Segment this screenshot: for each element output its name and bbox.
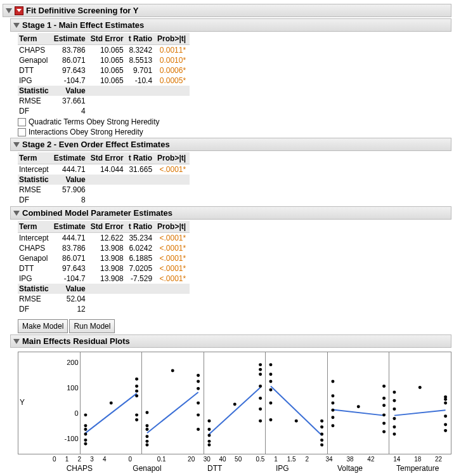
plot-genapol[interactable] bbox=[141, 352, 204, 454]
svg-point-81 bbox=[444, 423, 448, 426]
svg-point-51 bbox=[320, 425, 323, 428]
svg-point-65 bbox=[382, 404, 386, 407]
svg-point-70 bbox=[393, 391, 396, 394]
table-header-row: Term Estimate Std Error t Ratio Prob>|t| bbox=[18, 33, 190, 45]
svg-point-18 bbox=[146, 435, 149, 438]
x-labels-row: CHAPS Genapol DTT IPG Voltage Temperatur… bbox=[18, 463, 451, 473]
menu-hotspot-icon[interactable] bbox=[15, 6, 23, 15]
svg-point-45 bbox=[269, 380, 273, 383]
svg-point-60 bbox=[331, 416, 334, 419]
col-tratio: t Ratio bbox=[127, 33, 156, 45]
y-tick: 100 bbox=[67, 384, 78, 392]
svg-point-34 bbox=[233, 402, 237, 406]
svg-point-2 bbox=[84, 424, 87, 427]
table-row: DTT97.64310.0659.7010.0006* bbox=[18, 65, 190, 76]
plot-dtt[interactable] bbox=[204, 352, 266, 454]
svg-point-82 bbox=[444, 429, 448, 432]
residual-plots-title: Main Effects Residual Plots bbox=[22, 336, 130, 346]
checkbox-icon[interactable] bbox=[18, 128, 26, 136]
svg-point-40 bbox=[259, 407, 262, 411]
stage1-header[interactable]: Stage 1 - Main Effect Estimates bbox=[10, 18, 451, 32]
svg-point-63 bbox=[382, 385, 386, 388]
stat-row: DF4 bbox=[18, 106, 190, 116]
stat-row: DF12 bbox=[18, 304, 190, 314]
run-model-button[interactable]: Run Model bbox=[69, 319, 115, 333]
plot-ipg[interactable] bbox=[265, 352, 327, 454]
svg-point-16 bbox=[146, 424, 149, 427]
checkbox-label: Quadratic Terms Obey Strong Heredity bbox=[29, 117, 160, 126]
stage2-header[interactable]: Stage 2 - Even Order Effect Estimates bbox=[10, 138, 451, 151]
chevron-down-icon[interactable] bbox=[6, 8, 12, 13]
table-row: Intercept444.7114.04431.665<.0001* bbox=[18, 164, 190, 175]
svg-point-15 bbox=[146, 411, 149, 414]
svg-point-1 bbox=[84, 413, 87, 416]
svg-point-76 bbox=[418, 386, 422, 389]
checkbox-icon[interactable] bbox=[18, 118, 26, 126]
svg-point-49 bbox=[295, 420, 298, 423]
svg-point-25 bbox=[197, 402, 200, 405]
stage1-title: Stage 1 - Main Effect Estimates bbox=[22, 20, 144, 30]
x-axis-label: CHAPS bbox=[46, 463, 114, 473]
svg-point-78 bbox=[444, 398, 448, 401]
svg-point-54 bbox=[320, 444, 323, 447]
interactions-heredity-checkbox[interactable]: Interactions Obey Strong Heredity bbox=[18, 128, 451, 136]
svg-point-36 bbox=[259, 368, 262, 371]
svg-point-26 bbox=[197, 413, 200, 416]
svg-point-39 bbox=[259, 397, 262, 400]
quadratic-heredity-checkbox[interactable]: Quadratic Terms Obey Strong Heredity bbox=[18, 117, 451, 126]
svg-point-57 bbox=[331, 394, 334, 397]
x-ticks-row: 01234 00.1 20304050 0.511.52 343842 1418… bbox=[18, 454, 451, 463]
residual-plots-panel: Y 200 100 0 -100 bbox=[18, 352, 451, 454]
svg-point-38 bbox=[259, 385, 262, 388]
chevron-down-icon[interactable] bbox=[13, 142, 20, 147]
svg-point-31 bbox=[207, 433, 211, 437]
page-title: Fit Definitive Screening for Y bbox=[26, 6, 138, 15]
col-term: Term bbox=[18, 33, 53, 45]
svg-point-43 bbox=[269, 363, 273, 366]
svg-point-37 bbox=[259, 373, 262, 376]
plot-voltage[interactable] bbox=[327, 352, 389, 454]
svg-point-79 bbox=[444, 402, 448, 405]
svg-point-64 bbox=[382, 397, 386, 400]
table-row: IPG-104.710.065-10.40.0005* bbox=[18, 76, 190, 86]
svg-point-73 bbox=[393, 417, 396, 420]
svg-point-9 bbox=[135, 385, 138, 388]
svg-point-48 bbox=[269, 418, 273, 421]
chevron-down-icon[interactable] bbox=[13, 339, 20, 344]
table-header-row: TermEstimateStd Errort RatioProb>|t| bbox=[18, 152, 190, 164]
svg-point-47 bbox=[269, 402, 273, 405]
x-axis-label: Genapol bbox=[114, 463, 181, 473]
svg-point-17 bbox=[146, 428, 149, 431]
svg-point-8 bbox=[135, 378, 138, 381]
combined-header[interactable]: Combined Model Parameter Estimates bbox=[10, 206, 451, 220]
fit-screening-header[interactable]: Fit Definitive Screening for Y bbox=[3, 4, 451, 17]
stat-row: RMSE52.04 bbox=[18, 294, 190, 304]
col-prob: Prob>|t| bbox=[156, 33, 190, 45]
svg-point-66 bbox=[382, 413, 386, 416]
svg-point-6 bbox=[84, 442, 87, 446]
stage2-body: TermEstimateStd Errort RatioProb>|t| Int… bbox=[18, 152, 451, 205]
y-axis: Y 200 100 0 -100 bbox=[18, 352, 80, 454]
make-model-button[interactable]: Make Model bbox=[18, 319, 68, 333]
x-axis-label: Voltage bbox=[316, 463, 384, 473]
table-row: Genapol86.07110.0658.55130.0010* bbox=[18, 55, 190, 65]
x-axis-label: DTT bbox=[181, 463, 249, 473]
plot-chaps[interactable] bbox=[80, 352, 142, 454]
chevron-down-icon[interactable] bbox=[13, 23, 20, 28]
stage1-body: Term Estimate Std Error t Ratio Prob>|t|… bbox=[18, 33, 451, 136]
plot-temperature[interactable] bbox=[389, 352, 451, 454]
svg-point-11 bbox=[135, 394, 138, 397]
svg-point-72 bbox=[393, 407, 396, 411]
chevron-down-icon[interactable] bbox=[13, 211, 20, 216]
svg-point-44 bbox=[269, 373, 273, 376]
svg-point-22 bbox=[197, 374, 200, 377]
residual-plots-header[interactable]: Main Effects Residual Plots bbox=[10, 334, 451, 348]
svg-point-29 bbox=[207, 420, 211, 423]
svg-point-27 bbox=[197, 428, 200, 431]
y-tick: 200 bbox=[67, 359, 78, 366]
svg-line-0 bbox=[86, 393, 137, 433]
svg-point-46 bbox=[269, 388, 273, 392]
svg-point-61 bbox=[331, 424, 334, 427]
svg-point-21 bbox=[171, 369, 174, 373]
svg-point-19 bbox=[146, 440, 149, 443]
